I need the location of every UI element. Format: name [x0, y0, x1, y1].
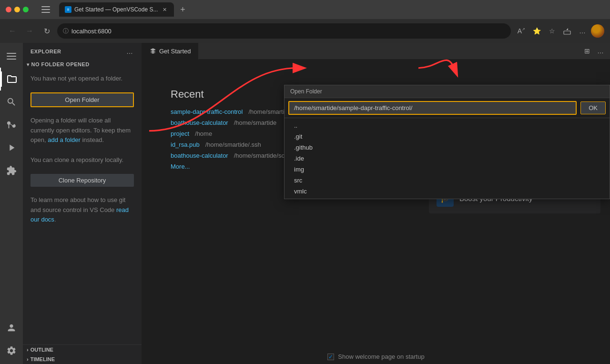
- checkbox-check-icon: ✓: [328, 354, 333, 360]
- file-item-ide[interactable]: .ide: [285, 153, 610, 164]
- back-btn[interactable]: ←: [6, 24, 19, 38]
- search-icon[interactable]: [0, 91, 23, 113]
- recent-link-1[interactable]: boathouse-calculator: [171, 119, 228, 126]
- traffic-lights: [6, 7, 29, 12]
- welcome-tab[interactable]: Get Started: [142, 43, 199, 60]
- recent-path-2: /home: [195, 130, 212, 137]
- dialog-header: Open Folder: [285, 85, 610, 98]
- outline-label: OUTLINE: [30, 347, 53, 353]
- editor-tab-bar: Get Started ⊞ …: [142, 43, 610, 60]
- sidebar-actions: …: [125, 47, 134, 56]
- tab-area: ≡ Get Started — OpenVSCode S... ✕ +: [59, 2, 604, 17]
- tab-vscode-icon: ≡: [65, 6, 71, 13]
- svg-rect-6: [7, 59, 16, 60]
- sidebar-outline: › OUTLINE › TIMELINE: [23, 344, 142, 364]
- no-folder-content: You have not yet opened a folder.: [23, 69, 142, 89]
- favorites-btn[interactable]: ⭐: [530, 24, 543, 38]
- refresh-btn[interactable]: ↻: [40, 24, 53, 38]
- outline-chevron: ›: [27, 347, 29, 353]
- file-item-img[interactable]: img: [285, 164, 610, 175]
- welcome-tab-label: Get Started: [159, 48, 191, 55]
- security-icon: ⓘ: [63, 27, 69, 35]
- open-folder-btn[interactable]: Open Folder: [30, 92, 134, 107]
- dialog-input-row: OK: [285, 98, 610, 118]
- timeline-section[interactable]: › TIMELINE: [23, 354, 142, 364]
- file-item-vmlc[interactable]: vmlc: [285, 186, 610, 197]
- no-folder-text: You have not yet opened a folder.: [30, 74, 134, 84]
- welcome-tab-icon: [150, 48, 156, 54]
- dialog-file-list: .. .git .github .ide img src vmlc: [285, 118, 610, 199]
- run-debug-icon[interactable]: [0, 136, 23, 159]
- sidebar-toggle-icon[interactable]: [36, 2, 55, 17]
- svg-rect-2: [41, 12, 50, 13]
- browser-chrome: ≡ Get Started — OpenVSCode S... ✕ + ← → …: [0, 0, 610, 43]
- svg-rect-3: [564, 31, 570, 34]
- file-item-github[interactable]: .github: [285, 142, 610, 153]
- tab-title: Get Started — OpenVSCode S...: [74, 6, 158, 13]
- bookmark-btn[interactable]: ☆: [545, 24, 559, 38]
- startup-label: Show welcome page on startup: [338, 353, 424, 360]
- file-item-src[interactable]: src: [285, 175, 610, 186]
- tab-close-btn[interactable]: ✕: [161, 6, 168, 13]
- browser-titlebar: ≡ Get Started — OpenVSCode S... ✕ +: [0, 0, 610, 19]
- more-browser-btn[interactable]: …: [576, 24, 589, 38]
- settings-icon[interactable]: [0, 339, 23, 362]
- svg-rect-0: [41, 6, 50, 7]
- sidebar: EXPLORER … ▾ NO FOLDER OPENED You have n…: [23, 43, 142, 364]
- layout-btn[interactable]: ⊞: [581, 45, 593, 57]
- minimize-traffic-light[interactable]: [14, 7, 20, 12]
- vscode-container: EXPLORER … ▾ NO FOLDER OPENED You have n…: [0, 43, 610, 364]
- clone-repository-btn[interactable]: Clone Repository: [30, 174, 134, 187]
- show-startup-row: ✓ Show welcome page on startup: [142, 353, 610, 360]
- account-icon[interactable]: [0, 316, 23, 339]
- timeline-label: TIMELINE: [30, 356, 55, 362]
- recent-link-3[interactable]: id_rsa.pub: [171, 141, 200, 148]
- svg-rect-5: [7, 56, 16, 57]
- sidebar-more-btn[interactable]: …: [125, 47, 134, 56]
- file-item-git[interactable]: .git: [285, 131, 610, 142]
- close-traffic-light[interactable]: [6, 7, 11, 12]
- browser-toolbar: ← → ↻ ⓘ localhost:6800 A↗ ⭐ ☆ …: [0, 19, 610, 43]
- opening-folder-description: Opening a folder will close all currentl…: [23, 111, 142, 170]
- recent-path-1: /home/smartide: [234, 119, 277, 126]
- sidebar-header: EXPLORER …: [23, 43, 142, 60]
- activity-bar: [0, 43, 23, 364]
- explorer-icon[interactable]: [0, 68, 23, 91]
- clone-text: You can clone a repository locally.: [30, 155, 134, 165]
- recent-link-4[interactable]: boathouse-calculator: [171, 152, 228, 159]
- extensions-icon[interactable]: [0, 159, 23, 182]
- svg-rect-1: [41, 9, 50, 10]
- open-folder-dialog: Open Folder OK .. .git .github .ide img …: [284, 85, 610, 199]
- more-tab-btn[interactable]: …: [595, 45, 606, 57]
- address-text: localhost:6800: [71, 28, 112, 35]
- read-aloud-btn[interactable]: A↗: [515, 24, 528, 38]
- source-control-icon[interactable]: [0, 113, 23, 136]
- section-chevron: ▾: [27, 62, 30, 67]
- dialog-ok-btn[interactable]: OK: [580, 101, 606, 114]
- no-folder-section-header[interactable]: ▾ NO FOLDER OPENED: [23, 60, 142, 69]
- maximize-traffic-light[interactable]: [23, 7, 29, 12]
- address-bar[interactable]: ⓘ localhost:6800: [57, 23, 511, 39]
- startup-checkbox[interactable]: ✓: [327, 354, 334, 360]
- dialog-path-input[interactable]: [288, 101, 577, 115]
- recent-path-3: /home/smartide/.ssh: [205, 141, 261, 148]
- recent-link-0[interactable]: sample-dapr-traffic-control: [171, 108, 243, 115]
- add-folder-link[interactable]: add a folder: [48, 136, 81, 143]
- recent-link-2[interactable]: project: [171, 130, 189, 137]
- file-item-dotdot[interactable]: ..: [285, 120, 610, 131]
- main-content: Get Started ⊞ … Recent sample-dapr-traff…: [142, 43, 610, 364]
- menu-icon[interactable]: [0, 45, 23, 68]
- browser-actions: A↗ ⭐ ☆ …: [515, 24, 604, 38]
- forward-btn[interactable]: →: [23, 24, 36, 38]
- outline-section[interactable]: › OUTLINE: [23, 345, 142, 354]
- timeline-chevron: ›: [27, 356, 29, 362]
- opening-folder-text: Opening a folder will close all currentl…: [30, 116, 134, 145]
- active-browser-tab[interactable]: ≡ Get Started — OpenVSCode S... ✕: [59, 2, 174, 17]
- avatar[interactable]: [591, 24, 604, 38]
- new-tab-btn[interactable]: +: [176, 3, 189, 16]
- share-btn[interactable]: [560, 24, 574, 38]
- learn-more-content: To learn more about how to use git and s…: [23, 191, 142, 230]
- tab-bar-actions: ⊞ …: [581, 45, 610, 57]
- sidebar-title: EXPLORER: [30, 49, 61, 54]
- section-label: NO FOLDER OPENED: [31, 61, 90, 67]
